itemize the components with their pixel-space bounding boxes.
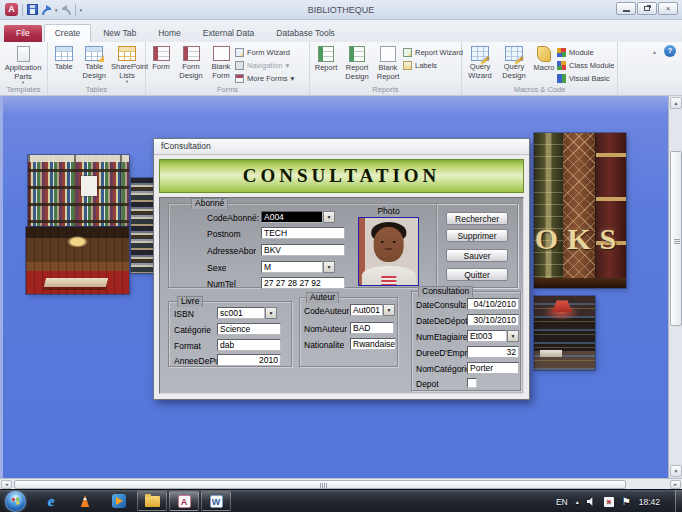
abonne-photo xyxy=(358,217,419,286)
save-icon[interactable] xyxy=(27,4,38,15)
scroll-down-icon[interactable]: ▼ xyxy=(670,465,682,477)
scroll-up-icon[interactable]: ▲ xyxy=(670,97,682,109)
labels-label: Labels xyxy=(415,61,437,70)
tab-database-tools[interactable]: Database Tools xyxy=(266,25,344,42)
table-button[interactable]: Table xyxy=(49,44,79,86)
tab-create[interactable]: Create xyxy=(44,24,92,42)
system-tray: EN ▴ × ⚑ 18:42 xyxy=(556,490,660,512)
minimize-button[interactable] xyxy=(616,2,636,15)
media-player-icon xyxy=(112,494,126,508)
alert-tray-icon[interactable]: × xyxy=(604,497,614,507)
supprimer-button[interactable]: Supprimer xyxy=(446,229,508,242)
nom-categorie-input[interactable]: Porter xyxy=(467,362,519,374)
code-auteur-input[interactable]: Aut001 xyxy=(350,304,383,316)
code-abonne-input[interactable]: A004 xyxy=(261,211,323,223)
tab-external-data[interactable]: External Data xyxy=(193,25,265,42)
clock[interactable]: 18:42 xyxy=(639,497,660,507)
sauver-button[interactable]: Sauver xyxy=(446,249,508,262)
group-abonne-label: Abonné xyxy=(191,198,228,209)
action-center-flag-icon[interactable]: ⚑ xyxy=(622,497,631,507)
tab-new-tab[interactable]: New Tab xyxy=(93,25,146,42)
taskbar-media-player-button[interactable] xyxy=(108,491,130,512)
macros-small-buttons: Module Class Module Visual Basic xyxy=(557,44,615,84)
taskbar-explorer-button[interactable] xyxy=(137,491,167,511)
show-desktop-button[interactable] xyxy=(675,490,682,512)
table-label: Table xyxy=(50,63,78,72)
categorie-input[interactable]: Science xyxy=(217,323,281,335)
scroll-left-icon[interactable]: ◄ xyxy=(1,480,12,489)
show-hidden-icons-icon[interactable]: ▴ xyxy=(576,498,579,505)
taskbar-ie-button[interactable]: e xyxy=(40,491,62,512)
form-wizard-button[interactable]: Form Wizard xyxy=(235,46,305,58)
class-module-button[interactable]: Class Module xyxy=(557,59,615,71)
numtel-label: NumTel xyxy=(207,279,236,289)
collapse-ribbon-icon[interactable]: ▴ xyxy=(653,48,656,55)
fconsultation-window: fConsultation CONSULTATION Abonné CodeAb… xyxy=(153,138,530,400)
table-design-button[interactable]: Table Design xyxy=(79,44,110,86)
redo-icon xyxy=(62,8,71,15)
undo-icon[interactable] xyxy=(42,8,51,15)
volume-icon[interactable] xyxy=(587,497,596,506)
taskbar-access-button[interactable]: A xyxy=(169,491,199,511)
query-wizard-button[interactable]: Query Wizard xyxy=(463,44,497,86)
code-abonne-dropdown[interactable]: ▼ xyxy=(323,211,335,223)
customize-qat-caret-icon[interactable]: ▾ xyxy=(80,7,83,13)
format-input[interactable]: dab xyxy=(217,339,281,351)
numtel-input[interactable]: 27 27 28 27 92 xyxy=(261,277,345,289)
isbn-input[interactable]: sc001 xyxy=(217,307,265,319)
report-wizard-button[interactable]: Report Wizard xyxy=(403,46,459,58)
quitter-button[interactable]: Quitter xyxy=(446,268,508,281)
close-button[interactable]: × xyxy=(658,2,678,15)
application-parts-button[interactable]: Application Parts ▾ xyxy=(1,44,45,86)
horizontal-scroll-thumb[interactable] xyxy=(14,480,626,489)
desktop-photo-reading-room xyxy=(26,227,129,294)
report-label: Report xyxy=(312,64,340,73)
labels-button[interactable]: Labels xyxy=(403,59,459,71)
form-button[interactable]: Form xyxy=(147,44,175,86)
annee-depul-input[interactable]: 2010 xyxy=(217,354,281,366)
undo-caret-icon[interactable]: ▾ xyxy=(55,7,58,13)
date-consultation-input[interactable]: 04/10/2010 xyxy=(467,298,519,310)
report-button[interactable]: Report xyxy=(311,44,341,86)
help-icon[interactable]: ? xyxy=(664,45,676,57)
sexe-input[interactable]: M xyxy=(261,261,323,273)
adresse-abonne-input[interactable]: BKV xyxy=(261,244,345,256)
blank-report-button[interactable]: Blank Report xyxy=(373,44,403,86)
tab-home[interactable]: Home xyxy=(148,25,191,42)
vertical-scroll-thumb[interactable] xyxy=(670,151,682,326)
nationalite-input[interactable]: Rwandaise xyxy=(350,338,396,350)
restore-button[interactable] xyxy=(637,2,657,15)
language-indicator[interactable]: EN xyxy=(556,497,568,507)
duree-emprunt-input[interactable]: 32 xyxy=(467,346,519,358)
module-button[interactable]: Module xyxy=(557,46,615,58)
sexe-dropdown[interactable]: ▼ xyxy=(323,261,335,273)
form-design-button[interactable]: Form Design xyxy=(175,44,207,86)
depot-checkbox[interactable] xyxy=(467,378,477,388)
date-depot-input[interactable]: 30/10/2010 xyxy=(467,314,519,326)
postnom-input[interactable]: TECH xyxy=(261,227,345,239)
nom-auteur-label: NomAuteur xyxy=(304,324,347,334)
code-auteur-dropdown[interactable]: ▼ xyxy=(383,304,395,316)
num-etagiaire-input[interactable]: Et003 xyxy=(467,330,507,342)
query-design-button[interactable]: Query Design xyxy=(497,44,531,86)
report-design-button[interactable]: Report Design xyxy=(341,44,373,86)
isbn-dropdown[interactable]: ▼ xyxy=(265,307,277,319)
form-window-titlebar[interactable]: fConsultation xyxy=(154,139,529,155)
scroll-right-icon[interactable]: ► xyxy=(670,480,681,489)
access-app-icon[interactable]: A xyxy=(5,3,18,16)
vertical-scrollbar[interactable]: ▲ ▼ xyxy=(668,96,682,478)
nom-auteur-input[interactable]: BAD xyxy=(350,322,394,334)
start-button[interactable] xyxy=(5,491,26,512)
horizontal-scrollbar[interactable]: ◄ ► xyxy=(0,478,682,489)
taskbar-word-button[interactable]: W xyxy=(201,491,231,511)
more-forms-button[interactable]: More Forms ▾ xyxy=(235,72,305,84)
sharepoint-lists-button[interactable]: SharePoint Lists ▾ xyxy=(110,44,144,86)
num-etagiaire-dropdown[interactable]: ▼ xyxy=(507,330,519,342)
macro-button[interactable]: Macro xyxy=(531,44,557,86)
group-label-forms: Forms xyxy=(146,85,309,94)
visual-basic-button[interactable]: Visual Basic xyxy=(557,72,615,84)
blank-form-button[interactable]: Blank Form xyxy=(207,44,235,86)
taskbar-vlc-button[interactable] xyxy=(74,491,96,512)
tab-file[interactable]: File xyxy=(4,25,42,42)
rechercher-button[interactable]: Rechercher xyxy=(446,212,508,225)
